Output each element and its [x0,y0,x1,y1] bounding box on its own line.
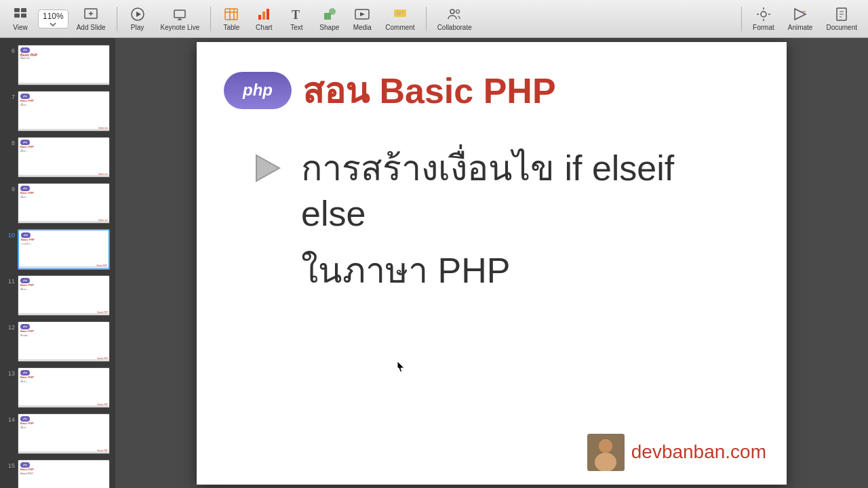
slide-num-9: 9 [5,183,15,192]
svg-point-27 [450,9,454,14]
slide-title: สอน Basic PHP [302,62,556,119]
collaborate-icon [446,6,462,22]
watermark-avatar [587,434,625,471]
collaborate-button[interactable]: Collaborate [432,3,477,34]
cursor [397,361,405,373]
svg-rect-1 [21,8,26,12]
add-slide-button[interactable]: Add Slide [71,3,111,34]
shape-label: Shape [319,24,339,31]
slide-thumb-15[interactable]: 15 php Basic PHP Method POST Starter.PHP [5,458,110,488]
media-icon [354,6,370,22]
format-button[interactable]: Format [747,3,780,34]
slide-preview-15: php Basic PHP Method POST Starter.PHP [18,460,110,488]
keynote-live-label: Keynote Live [161,24,200,31]
svg-text:T: T [292,8,300,22]
slide-canvas: php สอน Basic PHP การสร้างเงื่อนไข if el [197,42,787,485]
media-label: Media [353,24,372,31]
slide-preview-6: php Basic PHP Starter me [18,45,110,85]
svg-rect-24 [394,9,406,17]
text-icon: T [288,6,304,22]
canvas-area[interactable]: php สอน Basic PHP การสร้างเงื่อนไข if el [115,38,868,488]
slide-text-sub-1: ในภาษา PHP [251,248,746,294]
slide-thumb-14[interactable]: 14 php Basic PHP เนื้อหา... Starter.PHP [5,412,110,455]
svg-point-29 [761,12,766,17]
svg-marker-23 [360,12,365,16]
svg-point-28 [456,10,460,14]
svg-rect-2 [14,14,20,18]
slide-thumb-11[interactable]: 11 php Basic PHP เนื้อหา... Starter.PHP [5,274,110,317]
format-label: Format [753,24,774,31]
slide-num-14: 14 [5,413,15,423]
keynote-live-button[interactable]: Keynote Live [155,3,205,34]
separator-4 [741,7,742,31]
format-icon [755,6,772,22]
slide-bullet-1: การสร้างเงื่อนไข if elseif else [251,146,746,237]
table-icon [223,6,239,22]
document-label: Document [826,24,857,31]
chevron-down-icon [50,22,56,26]
svg-rect-0 [14,8,20,12]
shape-icon [321,6,338,22]
slide-thumb-9[interactable]: 9 php Basic PHP เนื้อหา... Starter me [5,182,110,225]
slide-preview-12: php Basic PHP if/Loops... Starter.PHP [18,321,110,362]
slide-num-13: 13 [5,367,15,377]
document-icon [833,6,850,22]
slide-num-15: 15 [5,460,15,469]
separator-2 [210,7,211,31]
watermark-text: devbanban.com [631,441,766,463]
slide-thumb-6[interactable]: 6 php Basic PHP Starter me [5,43,110,87]
slide-num-7: 7 [5,91,15,100]
animate-button[interactable]: Animate [783,3,818,34]
slide-panel: 6 php Basic PHP Starter me 7 php Basic P… [0,38,115,488]
svg-marker-30 [795,9,806,20]
play-label: Play [131,24,144,31]
slide-thumb-10[interactable]: 10 php Basic PHP การสร้าง... Starter.PHP [5,228,110,271]
svg-point-40 [595,453,616,471]
svg-rect-16 [258,15,261,20]
document-button[interactable]: Document [821,3,863,34]
svg-rect-12 [225,9,237,20]
table-label: Table [223,24,239,31]
comment-button[interactable]: Comment [380,3,420,34]
bullet-play-icon [251,151,285,185]
text-button[interactable]: T Text [281,3,311,34]
svg-rect-3 [21,14,26,18]
add-slide-icon [83,6,99,22]
play-button[interactable]: Play [123,3,153,34]
chart-button[interactable]: Chart [249,3,279,34]
slide-body: การสร้างเงื่อนไข if elseif else ในภาษา P… [197,119,787,294]
view-button[interactable]: View [5,3,35,34]
slide-preview-9: php Basic PHP เนื้อหา... Starter me [18,183,110,224]
chart-label: Chart [256,24,272,31]
slide-thumb-8[interactable]: 8 php Basic PHP เนื้อหา... Starter me [5,136,110,179]
collaborate-label: Collaborate [437,24,472,31]
php-logo-text: php [243,81,273,100]
chart-icon [256,6,272,22]
php-logo: php [224,72,292,109]
slide-thumb-7[interactable]: 7 php Basic PHP เนื้อหา... Starter me [5,89,110,133]
toolbar: View 110% Add Slide Play [0,0,868,38]
slide-watermark: devbanban.com [587,434,766,471]
add-slide-label: Add Slide [77,24,106,31]
keynote-live-icon [172,6,188,22]
slide-num-11: 11 [5,275,15,285]
slide-num-6: 6 [5,45,15,54]
slide-header: php สอน Basic PHP [197,42,787,119]
slide-thumb-13[interactable]: 13 php Basic PHP เนื้อหา... Starter.PHP [5,366,110,409]
table-button[interactable]: Table [216,3,246,34]
slide-num-12: 12 [5,321,15,331]
slide-preview-14: php Basic PHP เนื้อหา... Starter.PHP [18,413,110,454]
view-label: View [13,24,28,31]
slide-preview-11: php Basic PHP เนื้อหา... Starter.PHP [18,275,110,316]
svg-point-41 [599,439,612,453]
slide-thumb-12[interactable]: 12 php Basic PHP if/Loops... Starter.PHP [5,320,110,363]
toolbar-right: Format Animate Document [738,3,863,34]
main-area: 6 php Basic PHP Starter me 7 php Basic P… [0,38,868,488]
shape-button[interactable]: Shape [314,3,344,34]
svg-marker-36 [256,155,279,181]
media-button[interactable]: Media [347,3,377,34]
slide-num-8: 8 [5,137,15,146]
play-icon [130,6,146,22]
slide-preview-13: php Basic PHP เนื้อหา... Starter.PHP [18,367,110,408]
zoom-control[interactable]: 110% [38,9,68,28]
